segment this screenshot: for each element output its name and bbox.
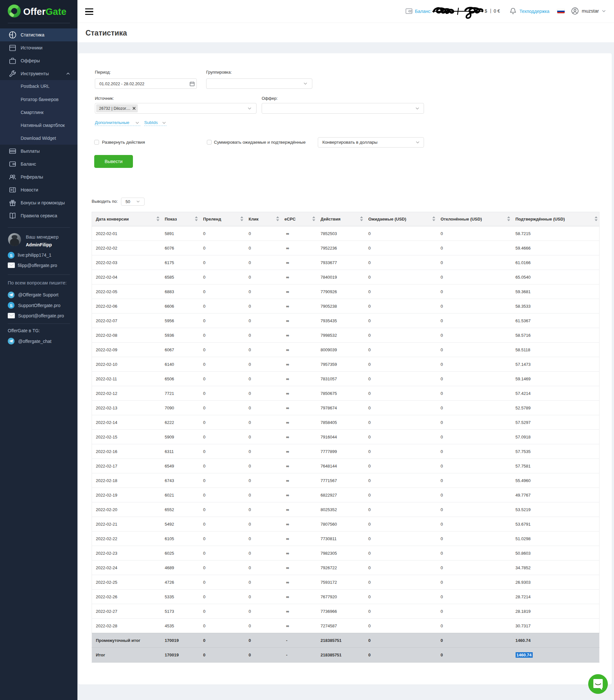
svg-text:S: S: [10, 253, 13, 258]
svg-text:S: S: [10, 303, 13, 308]
